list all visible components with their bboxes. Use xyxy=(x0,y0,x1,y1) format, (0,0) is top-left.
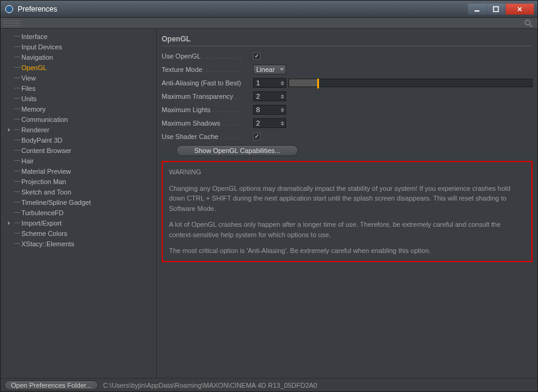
sidebar-item-communication[interactable]: —Communication xyxy=(1,114,156,124)
open-preferences-folder-button[interactable]: Open Preferences Folder... xyxy=(4,380,98,390)
sidebar-item-label: Renderer xyxy=(21,126,49,134)
max-lights-label: Maximum Lights . . . . . . . . xyxy=(162,106,253,113)
sidebar-item-projection-man[interactable]: —Projection Man xyxy=(1,176,156,187)
shader-cache-label: Use Shader Cache . . . . . . xyxy=(162,133,253,140)
warning-heading: WARNING xyxy=(169,167,525,177)
titlebar[interactable]: Preferences xyxy=(1,1,537,18)
search-icon[interactable] xyxy=(524,19,533,27)
sidebar-item-label: Sketch and Toon xyxy=(21,188,71,196)
sidebar-item-interface[interactable]: —Interface xyxy=(1,31,156,41)
sidebar-item-label: Scheme Colors xyxy=(21,230,67,237)
toolbar xyxy=(1,18,537,29)
sidebar-item-label: BodyPaint 3D xyxy=(21,137,62,144)
window-title: Preferences xyxy=(18,5,468,13)
sidebar-item-navigation[interactable]: —Navigation xyxy=(1,52,156,62)
sidebar-item-material-preview[interactable]: —Material Preview xyxy=(1,166,156,176)
sidebar-item-label: Units xyxy=(21,95,37,102)
texture-mode-label: Texture Mode. . . . . . . . . . xyxy=(162,66,253,73)
anti-aliasing-slider[interactable] xyxy=(289,79,533,87)
svg-point-0 xyxy=(5,5,13,13)
sidebar-item-label: Import/Export xyxy=(21,219,62,227)
sidebar-item-label: Hair xyxy=(21,157,34,165)
sidebar-item-renderer[interactable]: —Renderer xyxy=(1,124,156,135)
sidebar-item-import-export[interactable]: —Import/Export xyxy=(1,218,156,228)
max-shadows-label: Maximum Shadows . . . . . xyxy=(162,119,253,127)
max-transparency-spinner[interactable]: 2 xyxy=(253,91,286,101)
max-lights-spinner[interactable]: 8 xyxy=(253,105,286,115)
sidebar-item-opengl[interactable]: —OpenGL xyxy=(1,62,156,73)
sidebar-item-label: TurbulenceFD xyxy=(21,209,63,216)
warning-text-1: Changing any OpenGL options may dramatic… xyxy=(169,184,525,214)
sidebar-item-label: Input Devices xyxy=(21,43,62,51)
maximize-button[interactable] xyxy=(487,4,505,15)
sidebar-item-label: Memory xyxy=(21,105,46,113)
sidebar-item-view[interactable]: —View xyxy=(1,73,156,83)
sidebar-item-content-browser[interactable]: —Content Browser xyxy=(1,145,156,155)
sidebar-item-scheme-colors[interactable]: —Scheme Colors xyxy=(1,228,156,238)
chevron-down-icon xyxy=(280,68,284,71)
panel-title: OpenGL xyxy=(162,32,533,46)
shader-cache-checkbox[interactable] xyxy=(253,133,260,140)
anti-aliasing-spinner[interactable]: 1 xyxy=(253,78,286,88)
use-opengl-label: Use OpenGL . . . . . . . . . . . xyxy=(162,52,253,60)
minimize-button[interactable] xyxy=(468,4,486,15)
statusbar: Open Preferences Folder... C:\Users\byji… xyxy=(1,378,537,391)
svg-point-3 xyxy=(525,20,530,25)
sidebar-item-label: View xyxy=(21,74,36,82)
toolbar-grip[interactable] xyxy=(3,20,21,27)
sidebar-item-bodypaint-3d[interactable]: —BodyPaint 3D xyxy=(1,135,156,145)
sidebar-item-input-devices[interactable]: —Input Devices xyxy=(1,41,156,52)
preferences-path: C:\Users\byjin\AppData\Roaming\MAXON\CIN… xyxy=(103,382,317,389)
svg-rect-2 xyxy=(493,7,498,12)
sidebar-item-xstacy-elements[interactable]: —XStacy::Elements xyxy=(1,238,156,249)
main-panel: OpenGL Use OpenGL . . . . . . . . . . . … xyxy=(157,29,537,378)
sidebar-item-label: OpenGL xyxy=(21,64,47,71)
sidebar-item-turbulencefd[interactable]: —TurbulenceFD xyxy=(1,207,156,218)
warning-text-3: The most critical option is 'Anti-Aliasi… xyxy=(169,246,525,256)
slider-handle[interactable] xyxy=(317,79,319,88)
preferences-window: Preferences —Interface—Input Devices—Nav… xyxy=(0,0,538,392)
sidebar-item-label: Content Browser xyxy=(21,147,71,154)
sidebar-item-label: Navigation xyxy=(21,54,53,61)
max-transparency-label: Maximum Transparency . . xyxy=(162,93,253,100)
sidebar-item-label: Projection Man xyxy=(21,178,66,185)
svg-rect-1 xyxy=(475,10,479,12)
sidebar-item-label: XStacy::Elements xyxy=(21,240,74,248)
texture-mode-dropdown[interactable]: Linear xyxy=(253,65,286,74)
sidebar: —Interface—Input Devices—Navigation—Open… xyxy=(1,29,157,378)
app-icon xyxy=(4,4,14,14)
anti-aliasing-label: Anti-Aliasing (Fast to Best) xyxy=(162,79,253,87)
sidebar-item-label: Timeline/Spline Gadget xyxy=(21,199,91,206)
warning-text-2: A lot of OpenGL crashes only happen afte… xyxy=(169,219,525,240)
sidebar-item-timeline-spline-gadget[interactable]: —Timeline/Spline Gadget xyxy=(1,197,156,207)
sidebar-item-label: Communication xyxy=(21,116,68,123)
sidebar-item-sketch-and-toon[interactable]: —Sketch and Toon xyxy=(1,187,156,197)
max-shadows-spinner[interactable]: 2 xyxy=(253,118,286,128)
sidebar-item-label: Material Preview xyxy=(21,168,71,175)
sidebar-item-hair[interactable]: —Hair xyxy=(1,155,156,166)
show-capabilities-button[interactable]: Show OpenGL Capabilities... xyxy=(176,145,298,156)
close-button[interactable] xyxy=(506,4,534,15)
warning-box: WARNING Changing any OpenGL options may … xyxy=(162,161,533,262)
use-opengl-checkbox[interactable] xyxy=(253,52,260,60)
sidebar-item-memory[interactable]: —Memory xyxy=(1,104,156,114)
sidebar-item-units[interactable]: —Units xyxy=(1,93,156,104)
sidebar-item-label: Interface xyxy=(21,33,48,40)
sidebar-item-label: Files xyxy=(21,85,35,92)
sidebar-item-files[interactable]: —Files xyxy=(1,83,156,93)
